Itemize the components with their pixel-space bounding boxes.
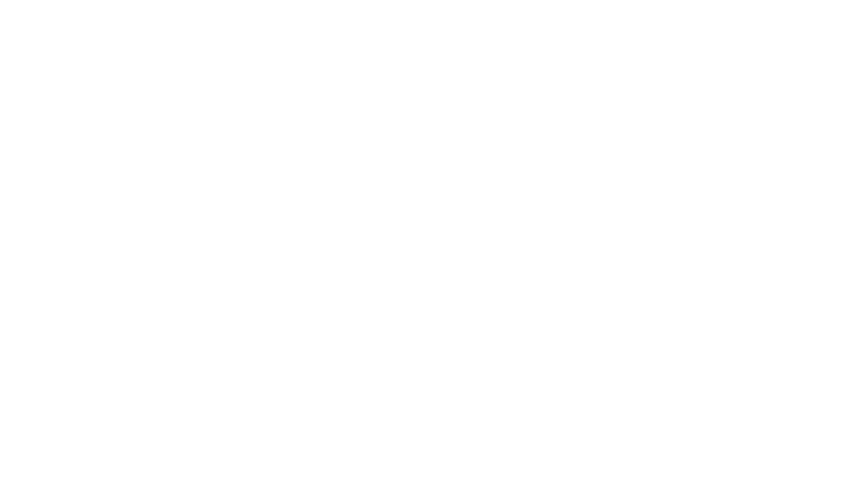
- chart-container: [0, 0, 868, 501]
- line-chart: [0, 0, 868, 501]
